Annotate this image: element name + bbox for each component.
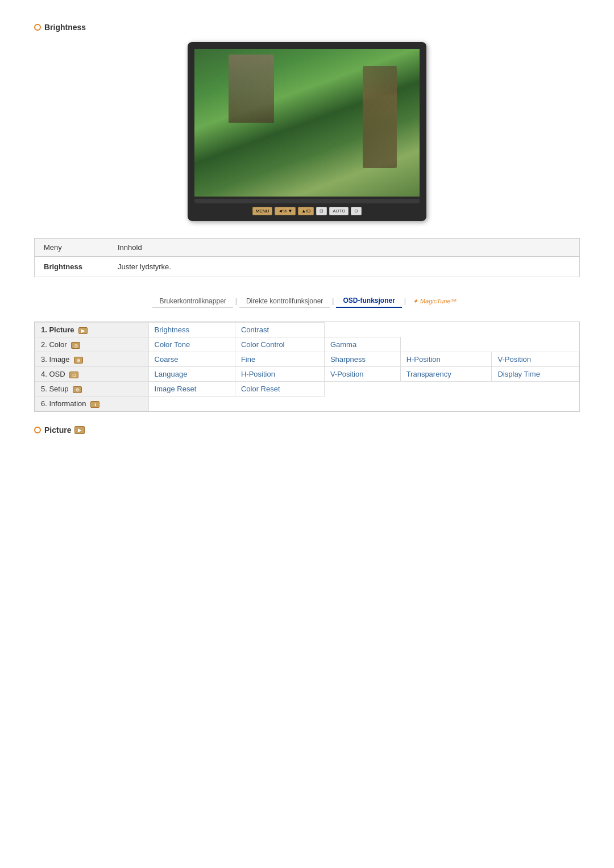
osd-content-cell[interactable]: Brightness	[148, 323, 235, 337]
monitor-container: MENU ◄% ▼ ▲/D ⊡ AUTO ⊙	[34, 42, 580, 221]
osd-row: 2. Color ◎Color ToneColor ControlGamma	[35, 337, 579, 352]
picture-label: Picture	[44, 425, 71, 435]
col-menu-header: Meny	[35, 239, 109, 257]
osd-row: 1. Picture ▶BrightnessContrast	[35, 323, 579, 337]
picture-circle-icon	[34, 427, 41, 433]
osd-menu-item[interactable]: 4. OSD ⊡	[35, 367, 149, 382]
osd-row: 4. OSD ⊡LanguageH-PositionV-PositionTran…	[35, 367, 579, 382]
separator-1: |	[233, 297, 239, 305]
tab-direkte[interactable]: Direkte kontrollfunksjoner	[239, 295, 330, 308]
menu-item-icon: ⊡	[69, 372, 78, 378]
tab-osd[interactable]: OSD-funksjoner	[336, 294, 401, 308]
osd-content-cell[interactable]: Color Reset	[235, 382, 324, 397]
osd-content-cell[interactable]: Color Tone	[148, 337, 235, 352]
tab-brukerkontroll[interactable]: Brukerkontrollknapper	[152, 295, 233, 308]
info-row-content: Juster lydstyrke.	[109, 257, 579, 277]
menu-item-icon: ⚙	[73, 386, 82, 393]
osd-menu-item[interactable]: 2. Color ◎	[35, 337, 149, 352]
osd-content-cell[interactable]: Display Time	[492, 367, 579, 382]
monitor-controls: MENU ◄% ▼ ▲/D ⊡ AUTO ⊙	[194, 203, 420, 221]
col-content-header: Innhold	[109, 239, 579, 257]
osd-content-cell[interactable]: H-Position	[400, 352, 492, 367]
brightness-heading: Brightness	[34, 23, 580, 32]
osd-menu-item[interactable]: 1. Picture ▶	[35, 323, 149, 337]
osd-table-container: 1. Picture ▶BrightnessContrast2. Color ◎…	[34, 322, 580, 412]
picture-heading: Picture ▶	[34, 425, 580, 435]
osd-row: 6. Information ℹ	[35, 397, 579, 411]
osd-menu-item[interactable]: 5. Setup ⚙	[35, 382, 149, 397]
osd-content-cell[interactable]: Sharpness	[324, 352, 400, 367]
menu-item-icon: ▶	[78, 327, 88, 334]
osd-table: 1. Picture ▶BrightnessContrast2. Color ◎…	[35, 322, 579, 411]
monitor-base-strip	[194, 199, 420, 203]
menu-item-icon: ⊞	[74, 357, 83, 364]
brightness-label: Brightness	[44, 23, 86, 32]
picture-icon: ▶	[74, 426, 85, 434]
osd-content-cell[interactable]: Contrast	[235, 323, 324, 337]
osd-row: 5. Setup ⚙Image ResetColor Reset	[35, 382, 579, 397]
menu-item-icon: ℹ	[90, 401, 99, 408]
brightness-circle-icon	[34, 24, 41, 31]
auto-button[interactable]: AUTO	[329, 207, 349, 215]
enter-button[interactable]: ⊡	[316, 207, 327, 215]
info-table: Meny Innhold Brightness Juster lydstyrke…	[35, 239, 579, 277]
nav-tabs: Brukerkontrollknapper | Direkte kontroll…	[34, 294, 580, 308]
monitor-outer: MENU ◄% ▼ ▲/D ⊡ AUTO ⊙	[188, 42, 426, 221]
menu-button[interactable]: MENU	[252, 207, 273, 215]
separator-2: |	[330, 297, 336, 305]
brightness-button[interactable]: ◄% ▼	[275, 207, 296, 215]
tab-magictune[interactable]: ✦ MagicTune™	[408, 298, 462, 305]
osd-content-cell[interactable]: Image Reset	[148, 382, 235, 397]
magictune-logo-icon: ✦	[413, 298, 418, 305]
osd-row: 3. Image ⊞CoarseFineSharpnessH-PositionV…	[35, 352, 579, 367]
osd-content-cell[interactable]: Fine	[235, 352, 324, 367]
up-down-button[interactable]: ▲/D	[298, 207, 314, 215]
menu-item-icon: ◎	[71, 342, 80, 349]
osd-content-cell[interactable]: Coarse	[148, 352, 235, 367]
separator-3: |	[402, 297, 408, 305]
power-button[interactable]: ⊙	[351, 207, 362, 215]
monitor-screen	[194, 49, 420, 197]
osd-menu-item[interactable]: 3. Image ⊞	[35, 352, 149, 367]
info-table-container: Meny Innhold Brightness Juster lydstyrke…	[34, 238, 580, 277]
osd-content-cell[interactable]: Transparency	[400, 367, 492, 382]
osd-content-cell[interactable]: H-Position	[235, 367, 324, 382]
osd-menu-item[interactable]: 6. Information ℹ	[35, 397, 149, 411]
osd-content-cell[interactable]: V-Position	[492, 352, 579, 367]
osd-content-cell[interactable]: Gamma	[324, 337, 400, 352]
osd-content-cell[interactable]: Color Control	[235, 337, 324, 352]
info-row-label: Brightness	[35, 257, 109, 277]
osd-content-cell[interactable]: V-Position	[324, 367, 400, 382]
osd-content-cell[interactable]: Language	[148, 367, 235, 382]
